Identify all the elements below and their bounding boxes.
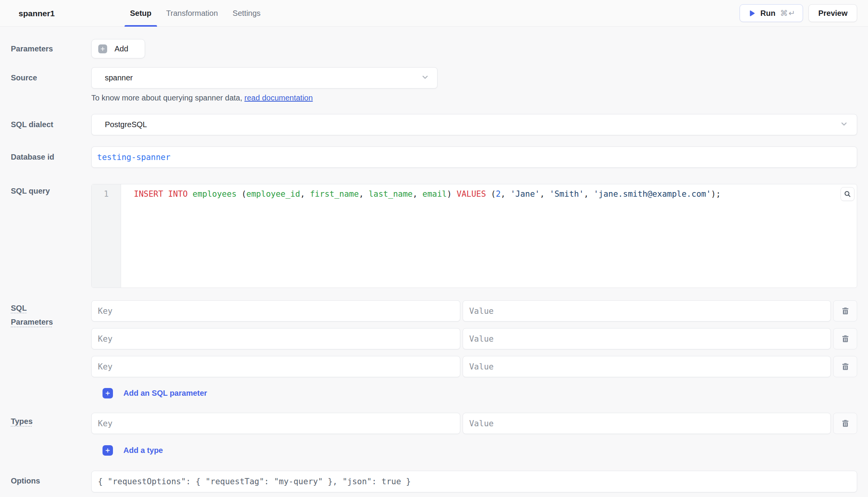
options-row: Options <box>11 471 857 492</box>
sql-parameter-value-input[interactable] <box>463 356 831 377</box>
sql-parameter-row-3 <box>91 356 857 377</box>
read-documentation-link[interactable]: read documentation <box>244 94 313 102</box>
add-parameter-button[interactable]: Add <box>91 39 145 58</box>
source-row: Source spanner To know more about queryi… <box>11 67 857 102</box>
parameters-label: Parameters <box>11 39 91 58</box>
sql-parameter-value-input[interactable] <box>463 300 831 322</box>
sql-code-editor[interactable]: 1 INSERT INTO employees (employee_id, fi… <box>91 184 857 288</box>
editor-gutter: 1 <box>92 184 121 288</box>
search-icon <box>843 190 852 198</box>
sql-parameter-value-input[interactable] <box>463 328 831 349</box>
source-select[interactable]: spanner <box>91 67 437 89</box>
database-id-value: testing-spanner <box>97 153 171 162</box>
delete-sql-parameter-button[interactable] <box>833 328 857 349</box>
sql-parameter-key-input[interactable] <box>91 356 460 377</box>
sql-dialect-value: PostgreSQL <box>105 120 147 129</box>
delete-sql-parameter-button[interactable] <box>833 356 857 377</box>
chevron-down-icon <box>421 73 429 83</box>
trash-icon <box>841 362 850 371</box>
query-title: spanner1 <box>19 0 55 27</box>
add-sql-parameter-label: Add an SQL parameter <box>123 389 207 398</box>
source-help-prefix: To know more about querying spanner data… <box>91 94 244 102</box>
add-type-button[interactable]: Add a type <box>91 445 857 456</box>
add-parameter-label: Add <box>114 44 128 53</box>
type-key-input[interactable] <box>91 413 460 434</box>
delete-type-button[interactable] <box>833 413 857 434</box>
tab-transformation-label: Transformation <box>166 9 218 18</box>
source-select-value: spanner <box>105 73 133 82</box>
add-type-label: Add a type <box>123 446 163 455</box>
plus-icon <box>103 388 113 398</box>
sql-code-line[interactable]: INSERT INTO employees (employee_id, firs… <box>121 184 857 288</box>
sql-dialect-label: SQL dialect <box>11 114 91 135</box>
tab-bar: Setup Transformation Settings <box>125 0 270 27</box>
sql-parameter-key-input[interactable] <box>91 328 460 349</box>
options-input[interactable] <box>91 471 857 492</box>
run-button[interactable]: Run ⌘↵ <box>740 4 803 22</box>
types-label: Types <box>11 413 91 456</box>
sql-parameter-row-1 <box>91 300 857 322</box>
source-help-text: To know more about querying spanner data… <box>91 94 857 102</box>
sql-parameters-label: SQL Parameters <box>11 300 91 398</box>
database-id-row: Database id testing-spanner <box>11 146 857 168</box>
database-id-label: Database id <box>11 146 91 168</box>
type-row-1 <box>91 413 857 434</box>
sql-parameter-key-input[interactable] <box>91 300 460 322</box>
tab-transformation[interactable]: Transformation <box>161 0 224 27</box>
tab-settings-label: Settings <box>232 9 260 18</box>
delete-sql-parameter-button[interactable] <box>833 300 857 322</box>
preview-button-label: Preview <box>818 9 847 18</box>
header-actions: Run ⌘↵ Preview <box>740 4 857 22</box>
sql-query-row: SQL query 1 INSERT INTO employees (emplo… <box>11 184 857 288</box>
play-icon <box>748 9 756 17</box>
sql-dialect-row: SQL dialect PostgreSQL <box>11 114 857 135</box>
parameters-row: Parameters Add <box>11 39 857 58</box>
sql-parameter-row-2 <box>91 328 857 349</box>
sql-parameters-label-line1: SQL <box>11 304 27 312</box>
trash-icon <box>841 306 850 315</box>
sql-dialect-select[interactable]: PostgreSQL <box>91 114 857 135</box>
options-label: Options <box>11 471 91 492</box>
line-number: 1 <box>104 189 109 199</box>
database-id-field[interactable]: testing-spanner <box>91 146 857 168</box>
tab-settings[interactable]: Settings <box>227 0 266 27</box>
plus-icon <box>103 445 113 456</box>
plus-icon <box>98 44 107 53</box>
sql-parameters-label-line2: Parameters <box>11 318 53 326</box>
preview-button[interactable]: Preview <box>808 4 857 22</box>
search-button[interactable] <box>841 187 854 201</box>
sql-parameters-row: SQL Parameters <box>11 300 857 398</box>
type-value-input[interactable] <box>463 413 831 434</box>
trash-icon <box>841 419 850 428</box>
sql-query-label: SQL query <box>11 184 91 288</box>
trash-icon <box>841 334 850 343</box>
add-sql-parameter-button[interactable]: Add an SQL parameter <box>91 388 857 398</box>
sql-parameters-list <box>91 300 857 377</box>
setup-form: Parameters Add Source spanner <box>0 39 868 492</box>
types-row: Types <box>11 413 857 456</box>
run-shortcut: ⌘↵ <box>780 9 796 18</box>
run-button-label: Run <box>760 9 776 18</box>
types-label-text: Types <box>11 417 32 426</box>
types-list <box>91 413 857 434</box>
tab-setup-label: Setup <box>130 9 152 18</box>
chevron-down-icon <box>840 119 848 130</box>
source-label: Source <box>11 67 91 102</box>
tab-setup[interactable]: Setup <box>125 0 157 27</box>
query-editor-page: spanner1 Setup Transformation Settings R… <box>0 0 868 497</box>
header: spanner1 Setup Transformation Settings R… <box>0 0 868 27</box>
